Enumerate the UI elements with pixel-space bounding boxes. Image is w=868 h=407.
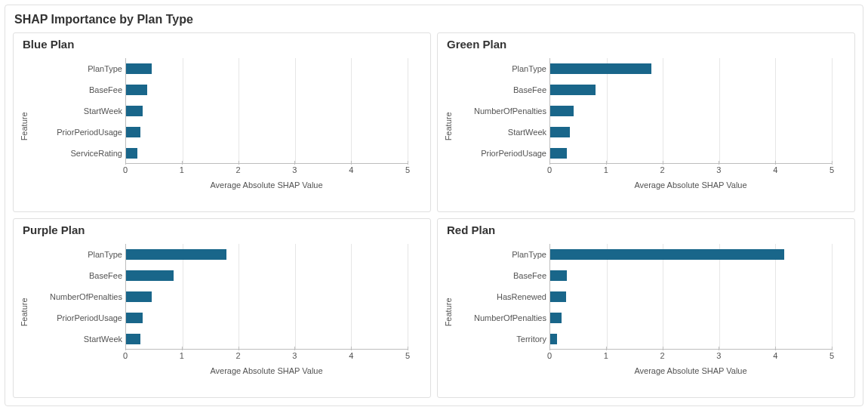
x-tick-label: 5 (830, 165, 834, 174)
x-tick-label: 1 (604, 351, 608, 360)
bars (126, 58, 408, 163)
x-axis-label: Average Absolute SHAP Value (125, 180, 408, 190)
panel-title: Red Plan (447, 224, 847, 236)
category-labels: PlanTypeBaseFeeNumberOfPenaltiesPriorPer… (35, 244, 122, 350)
bar (550, 291, 566, 302)
x-ticks: 012345 (125, 351, 408, 362)
category-label: BaseFee (459, 271, 546, 280)
x-ticks: 012345 (125, 165, 408, 176)
y-axis-label: Feature (20, 298, 29, 326)
category-label: HasRenewed (459, 292, 546, 301)
panel-title: Purple Plan (23, 224, 423, 236)
panel-blue-plan: Blue Plan Feature PlanTypeBaseFeeStartWe… (13, 32, 431, 212)
category-label: StartWeek (35, 335, 122, 344)
x-tick-label: 3 (292, 351, 297, 360)
category-label: StartWeek (35, 106, 122, 116)
x-tick-label: 3 (716, 351, 721, 360)
bar (126, 85, 147, 95)
category-label: PlanType (35, 250, 122, 259)
bar (126, 148, 137, 159)
category-label: PlanType (459, 250, 546, 259)
category-label: PriorPeriodUsage (459, 149, 546, 158)
panel-purple-plan: Purple Plan Feature PlanTypeBaseFeeNumbe… (13, 218, 431, 398)
dashboard-title: SHAP Importance by Plan Type (14, 13, 855, 26)
x-tick-label: 4 (349, 165, 353, 174)
plot-area (549, 244, 832, 350)
category-labels: PlanTypeBaseFeeStartWeekPriorPeriodUsage… (35, 58, 122, 164)
bar (550, 334, 557, 344)
panel-red-plan: Red Plan Feature PlanTypeBaseFeeHasRenew… (437, 218, 855, 398)
dashboard-container: SHAP Importance by Plan Type Blue Plan F… (5, 5, 863, 406)
bar (550, 85, 596, 95)
gridline (832, 244, 833, 349)
x-tick-label: 1 (180, 351, 184, 360)
bar (550, 270, 567, 281)
bar (550, 63, 651, 74)
bar (550, 249, 784, 260)
bar (126, 127, 140, 137)
gridline (408, 58, 408, 163)
bar (126, 313, 143, 323)
category-label: NumberOfPenalties (35, 292, 122, 301)
bar (126, 106, 143, 116)
chart: Feature PlanTypeBaseFeeNumberOfPenalties… (35, 239, 423, 390)
x-tick-label: 5 (405, 351, 410, 360)
panel-title: Green Plan (447, 38, 847, 51)
x-ticks: 012345 (549, 165, 832, 176)
bar (126, 334, 140, 344)
bars (550, 58, 832, 163)
x-tick-label: 5 (405, 165, 410, 174)
bar (550, 127, 570, 137)
bar (126, 270, 174, 281)
x-axis-label: Average Absolute SHAP Value (125, 366, 408, 375)
category-label: NumberOfPenalties (459, 106, 546, 116)
x-tick-label: 2 (236, 351, 241, 360)
x-tick-label: 2 (660, 351, 665, 360)
x-tick-label: 0 (547, 351, 552, 360)
category-labels: PlanTypeBaseFeeNumberOfPenaltiesStartWee… (459, 58, 546, 164)
gridline (408, 244, 408, 349)
x-axis-label: Average Absolute SHAP Value (549, 180, 832, 190)
plot-area (549, 58, 832, 164)
chart: Feature PlanTypeBaseFeeNumberOfPenalties… (459, 54, 847, 205)
y-axis-label: Feature (444, 112, 453, 140)
x-tick-label: 3 (292, 165, 297, 174)
x-tick-label: 4 (773, 165, 777, 174)
bar (550, 148, 567, 159)
x-ticks: 012345 (549, 351, 832, 362)
category-label: BaseFee (35, 85, 122, 94)
x-tick-label: 4 (773, 351, 777, 360)
bar (550, 106, 574, 116)
x-tick-label: 3 (716, 165, 721, 174)
category-label: PlanType (35, 64, 122, 73)
bars (126, 244, 408, 349)
plot-area (125, 58, 408, 164)
category-label: PlanType (459, 64, 546, 73)
chart: Feature PlanTypeBaseFeeStartWeekPriorPer… (35, 54, 423, 205)
category-label: StartWeek (459, 128, 546, 137)
x-tick-label: 4 (349, 351, 353, 360)
x-tick-label: 5 (830, 351, 834, 360)
x-tick-label: 0 (123, 351, 128, 360)
bar (550, 313, 562, 323)
x-tick-label: 1 (180, 165, 184, 174)
x-tick-label: 2 (236, 165, 241, 174)
chart-grid: Blue Plan Feature PlanTypeBaseFeeStartWe… (13, 32, 855, 398)
x-tick-label: 0 (123, 165, 128, 174)
category-label: BaseFee (459, 85, 546, 94)
panel-green-plan: Green Plan Feature PlanTypeBaseFeeNumber… (437, 32, 855, 212)
category-label: Territory (459, 335, 546, 344)
category-label: PriorPeriodUsage (35, 313, 122, 322)
x-tick-label: 1 (604, 165, 608, 174)
x-axis-label: Average Absolute SHAP Value (549, 366, 832, 375)
category-label: ServiceRating (35, 149, 122, 158)
plot-area (125, 244, 408, 350)
category-label: PriorPeriodUsage (35, 128, 122, 137)
panel-title: Blue Plan (23, 38, 423, 51)
chart: Feature PlanTypeBaseFeeHasRenewedNumberO… (459, 239, 847, 390)
bar (126, 291, 152, 302)
y-axis-label: Feature (444, 298, 453, 326)
category-labels: PlanTypeBaseFeeHasRenewedNumberOfPenalti… (459, 244, 546, 350)
bar (126, 249, 226, 260)
category-label: NumberOfPenalties (459, 313, 546, 322)
